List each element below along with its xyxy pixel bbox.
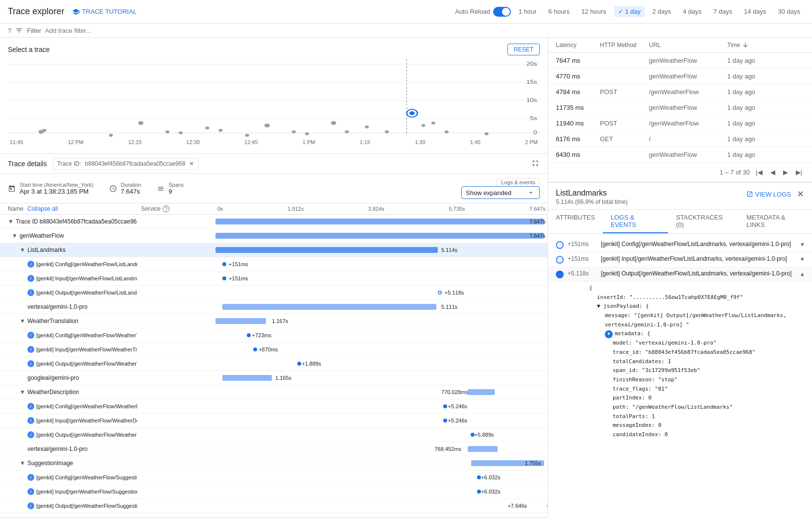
span-name-genweatherflow: ▼ genWeatherFlow <box>0 230 137 241</box>
span-row-input-1[interactable]: i [genkit] Input[/genWeatherFlow/ListLan… <box>0 272 548 286</box>
time-30days[interactable]: 30 days <box>774 6 804 17</box>
tab-metadata[interactable]: METADATA & LINKS <box>739 210 812 233</box>
detail-header-right: VIEW LOGS ✕ <box>746 189 804 199</box>
detail-header: ListLandmarks 5.114s (66.9% of total tim… <box>548 183 812 210</box>
span-row-vertexai-wd[interactable]: vertexai/gemini-1.0-pro 768.452ms <box>0 442 548 456</box>
span-service-config-1 <box>137 262 215 266</box>
span-row-suggestionimage[interactable]: ▼ SuggestionImage 1.755s <box>0 456 548 471</box>
span-offset-config-wd: +5.246s <box>448 403 467 409</box>
time-2days[interactable]: 2 days <box>648 6 675 17</box>
span-label: [genkit] Input[/genWeatherFlow/WeatherDe… <box>36 418 137 423</box>
span-timeline-config-si: +6.032s <box>215 471 548 484</box>
svg-point-28 <box>409 111 415 115</box>
span-row-weathertranslation[interactable]: ▼ WeatherTranslation 1.167s <box>0 314 548 328</box>
log-expand-1[interactable]: ▾ <box>801 241 804 248</box>
span-row-input-wt[interactable]: i [genkit] Input[/genWeatherFlow/Weather… <box>0 343 548 357</box>
span-row-input-wd[interactable]: i [genkit] Input[/genWeatherFlow/Weather… <box>0 414 548 428</box>
span-row-googleai-1[interactable]: googleai/gemini-pro 1.165s <box>0 371 548 385</box>
svg-point-32 <box>484 132 488 135</box>
trace-table-row[interactable]: 6430 ms genWeatherFlow 1 day ago <box>548 147 812 163</box>
timeline-marks: 0s 1.912s 3.824s 5.735s 7.647s <box>215 206 548 212</box>
span-row-config-1[interactable]: i [genkit] Config[/genWeatherFlow/ListLa… <box>0 257 548 272</box>
span-duration-vertexai-1: 5.111s <box>441 304 457 310</box>
span-row-config-si[interactable]: i [genkit] Config[/genWeatherFlow/Sugges… <box>0 471 548 485</box>
time-1day[interactable]: ✓ 1 day <box>614 6 645 17</box>
expand-button[interactable] <box>531 159 540 169</box>
expand-metadata-icon[interactable]: ▼ <box>605 330 613 338</box>
span-row-config-wt[interactable]: i [genkit] Config[/genWeatherFlow/Weathe… <box>0 328 548 343</box>
info-icon: i <box>27 431 34 438</box>
span-row-googleai-si[interactable]: googleai/gemini-pro 1.753s <box>0 513 548 517</box>
collapse-all-button[interactable]: Collapse all <box>27 205 58 212</box>
duration-meta: Duration 7.647s <box>109 182 142 195</box>
calendar-icon <box>8 185 16 193</box>
span-timeline-input-wd: +5.246s <box>215 414 548 427</box>
cell-method <box>600 73 649 80</box>
log-entry-2[interactable]: +151ms [genkit] Input[/genWeatherFlow/Li… <box>548 252 812 267</box>
span-row-vertexai-1[interactable]: vertexai/gemini-1.0-pro 5.111s <box>0 300 548 314</box>
trace-table-row[interactable]: 6176 ms GET / 1 day ago <box>548 131 812 147</box>
right-panel: Latency HTTP Method URL Time 7647 ms gen… <box>548 38 812 518</box>
span-service-config-wt <box>137 333 215 337</box>
log-entry-3[interactable]: +5.118s [genkit] Output[/genWeatherFlow/… <box>548 267 812 282</box>
span-duration-root: 7.647s <box>529 219 546 224</box>
time-1hour[interactable]: 1 hour <box>515 6 541 17</box>
filter-input[interactable] <box>45 27 804 34</box>
page-next-button[interactable]: ▶ <box>781 167 790 178</box>
span-row-output-wt[interactable]: i [genkit] Output[/genWeatherFlow/Weathe… <box>0 357 548 371</box>
page-prev-button[interactable]: ◀ <box>768 167 777 178</box>
span-timeline-output-1: +5.118s <box>215 286 548 299</box>
service-help-icon[interactable]: ? <box>163 205 169 212</box>
span-row-output-wd[interactable]: i [genkit] Output[/genWeatherFlow/Weathe… <box>0 428 548 442</box>
reset-button[interactable]: RESET <box>507 44 540 55</box>
chart-title: Select a trace <box>8 46 50 53</box>
time-6hours[interactable]: 6 hours <box>545 6 573 17</box>
tutorial-link[interactable]: TRACE TUTORIAL <box>72 8 136 16</box>
span-row-listlandmarks[interactable]: ▼ ListLandmarks 5.114s <box>0 243 548 257</box>
info-icon: i <box>27 488 34 495</box>
time-12hours[interactable]: 12 hours <box>577 6 610 17</box>
span-row-trace-root[interactable]: ▼ Trace ID b88043ef456b87fcadaa5ea05ccae… <box>0 215 548 229</box>
log-entry-1[interactable]: +151ms [genkit] Config[/genWeatherFlow/L… <box>548 238 812 252</box>
span-name-output-wd: i [genkit] Output[/genWeatherFlow/Weathe… <box>0 429 137 440</box>
time-7days[interactable]: 7 days <box>710 6 736 17</box>
span-label: googleai/gemini-pro <box>27 374 79 381</box>
span-label: genWeatherFlow <box>20 232 64 239</box>
trace-table-row[interactable]: 4770 ms genWeatherFlow 1 day ago <box>548 69 812 84</box>
log-expand-3[interactable]: ▴ <box>801 270 804 277</box>
trace-table-row[interactable]: 11940 ms POST /genWeatherFlow 1 day ago <box>548 116 812 131</box>
trace-table-row[interactable]: 11735 ms genWeatherFlow 1 day ago <box>548 100 812 116</box>
collapse-triangle: ▼ <box>20 318 25 324</box>
span-row-input-si[interactable]: i [genkit] Input[/genWeatherFlow/Suggest… <box>0 485 548 499</box>
span-label: vertexai/gemini-1.0-pro <box>27 303 88 310</box>
span-row-output-si[interactable]: i [genkit] Output[/genWeatherFlow/Sugges… <box>0 499 548 513</box>
span-row-output-1[interactable]: i [genkit] Output[/genWeatherFlow/ListLa… <box>0 286 548 300</box>
close-detail-button[interactable]: ✕ <box>797 189 804 199</box>
trace-table-row[interactable]: 7647 ms genWeatherFlow 1 day ago <box>548 53 812 69</box>
info-icon: i <box>27 261 34 268</box>
page-last-button[interactable]: ▶| <box>794 167 804 178</box>
trace-id-close[interactable]: ✕ <box>189 160 194 167</box>
time-4days[interactable]: 4 days <box>679 6 705 17</box>
logs-events-select[interactable]: Show expanded <box>461 186 540 199</box>
view-logs-button[interactable]: VIEW LOGS <box>746 191 791 198</box>
auto-reload-toggle[interactable] <box>493 7 511 17</box>
tab-logs-events[interactable]: LOGS & EVENTS <box>603 210 669 233</box>
span-offset-config-1: +151ms <box>229 261 248 267</box>
span-service-output-wd <box>137 433 215 437</box>
svg-point-17 <box>205 126 209 129</box>
log-expand-2[interactable]: ▾ <box>801 255 804 263</box>
span-name-output-si: i [genkit] Output[/genWeatherFlow/Sugges… <box>0 500 137 511</box>
question-icon[interactable]: ? <box>8 27 11 34</box>
tab-stacktraces[interactable]: STACKTRACES (0) <box>668 210 739 233</box>
span-row-genweatherflow[interactable]: ▼ genWeatherFlow 7.647s <box>0 229 548 243</box>
page-first-button[interactable]: |◀ <box>754 167 764 178</box>
tab-attributes[interactable]: ATTRIBUTES <box>548 210 603 233</box>
span-row-config-wd[interactable]: i [genkit] Config[/genWeatherFlow/Weathe… <box>0 399 548 414</box>
cell-time: 1 day ago <box>727 57 804 64</box>
trace-table-row[interactable]: 4784 ms POST /genWeatherFlow 1 day ago <box>548 84 812 100</box>
time-14days[interactable]: 14 days <box>740 6 770 17</box>
svg-point-31 <box>445 130 449 133</box>
cell-latency: 11940 ms <box>556 120 600 127</box>
span-row-weatherdescription[interactable]: ▼ WeatherDescription 770.028ms <box>0 385 548 399</box>
